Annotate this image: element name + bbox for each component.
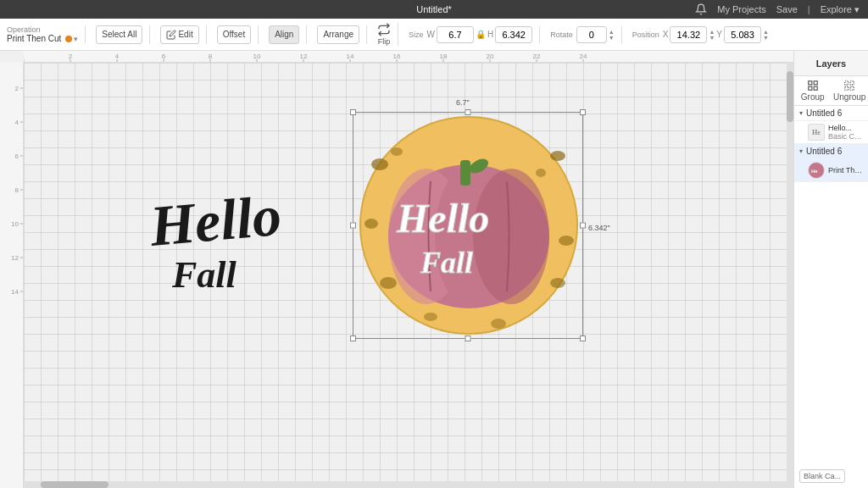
pos-y-spinner[interactable]: ▲ ▼ xyxy=(763,29,769,41)
layer-item-print[interactable]: He Print The... xyxy=(794,159,868,182)
layer-hello-name: Hello... xyxy=(828,124,863,132)
selection-box[interactable] xyxy=(353,112,583,339)
edit-icon xyxy=(166,30,176,40)
svg-rect-61 xyxy=(814,81,817,85)
svg-text:Fall: Fall xyxy=(171,254,237,296)
top-nav: My Projects Save | Explore ▾ xyxy=(695,3,868,15)
bell-icon[interactable] xyxy=(695,3,707,15)
ruler-v-svg: 2 4 6 8 10 12 14 xyxy=(0,63,24,486)
svg-rect-60 xyxy=(809,81,812,85)
sidebar-title: Layers xyxy=(816,58,846,69)
svg-text:4: 4 xyxy=(115,53,120,60)
handle-ml[interactable] xyxy=(350,223,356,229)
hello-fall-text-svg: Hello Fall xyxy=(125,156,295,308)
pos-x-down-icon[interactable]: ▼ xyxy=(709,35,715,41)
scrollbar-h-thumb[interactable] xyxy=(41,481,108,488)
handle-tr[interactable] xyxy=(580,109,586,115)
align-button[interactable]: Align xyxy=(269,25,299,44)
ungroup-label: Ungroup xyxy=(833,92,865,102)
explore-chevron-icon: ▾ xyxy=(854,4,860,14)
svg-text:6: 6 xyxy=(15,152,19,160)
pos-x-spinner[interactable]: ▲ ▼ xyxy=(709,29,715,41)
group-button[interactable]: Group xyxy=(794,76,832,105)
svg-rect-62 xyxy=(809,86,812,90)
lock-icon[interactable]: 🔒 xyxy=(476,30,486,39)
rotate-down-icon[interactable]: ▼ xyxy=(609,35,615,41)
handle-tm[interactable] xyxy=(465,109,471,115)
top-bar: Untitled* My Projects Save | Explore ▾ xyxy=(0,0,868,19)
scrollbar-v[interactable] xyxy=(787,63,793,488)
my-projects-link[interactable]: My Projects xyxy=(717,4,765,14)
position-section: Position X ▲ ▼ Y ▲ ▼ xyxy=(632,26,776,43)
width-label: W xyxy=(427,30,435,39)
layer-hello-thumbnail: He xyxy=(808,124,825,141)
group-label: Group xyxy=(801,92,825,102)
handle-tl[interactable] xyxy=(350,109,356,115)
rotate-section: Rotate ▲ ▼ xyxy=(550,26,621,43)
svg-text:20: 20 xyxy=(487,53,494,60)
dim-height-label: 6.342" xyxy=(588,224,610,232)
hello-fall-text[interactable]: Hello Fall xyxy=(125,156,295,310)
ungroup-button[interactable]: Ungroup xyxy=(832,76,869,105)
pos-y-input[interactable] xyxy=(724,26,761,43)
explore-link[interactable]: Explore ▾ xyxy=(821,4,860,15)
arrange-section: Arrange xyxy=(317,25,367,44)
flip-icon xyxy=(377,23,391,36)
align-section: Align xyxy=(269,25,307,44)
sidebar-header: Layers xyxy=(794,51,868,76)
rotate-spinner[interactable]: ▲ ▼ xyxy=(609,29,615,41)
operation-chevron-icon: ▾ xyxy=(74,35,78,43)
handle-br[interactable] xyxy=(580,336,586,341)
scrollbar-h[interactable] xyxy=(24,481,787,488)
offset-button[interactable]: Offset xyxy=(217,25,252,44)
layer-1-name: Untitled 6 xyxy=(806,108,863,118)
pos-y-up-icon[interactable]: ▲ xyxy=(763,29,769,35)
height-input[interactable] xyxy=(495,26,532,43)
pos-x-up-icon[interactable]: ▲ xyxy=(709,29,715,35)
layer-group-1[interactable]: ▾ Untitled 6 xyxy=(794,106,868,121)
pos-x-input[interactable] xyxy=(670,26,707,43)
size-label: Size xyxy=(409,30,424,39)
svg-text:2: 2 xyxy=(69,53,73,60)
svg-text:12: 12 xyxy=(300,53,308,60)
blank-canvas-label: Blank Ca... xyxy=(804,472,841,480)
svg-text:10: 10 xyxy=(11,220,19,228)
offset-section: Offset xyxy=(217,25,259,44)
pos-y-down-icon[interactable]: ▼ xyxy=(763,35,769,41)
rotate-up-icon[interactable]: ▲ xyxy=(609,29,615,35)
sidebar: Layers Group Ungroup ▾ Untitled 6 xyxy=(793,51,868,488)
svg-text:18: 18 xyxy=(440,53,448,60)
svg-text:8: 8 xyxy=(15,186,19,194)
handle-bm[interactable] xyxy=(465,336,471,341)
operation-color-dot xyxy=(65,36,72,42)
layer-hello-info: Hello... Basic Cu... xyxy=(828,124,863,141)
flip-button[interactable]: Flip xyxy=(377,23,391,46)
canvas[interactable]: Hello Fall xyxy=(24,63,793,488)
blank-canvas-section: Blank Ca... xyxy=(794,464,868,488)
sidebar-actions: Group Ungroup xyxy=(794,76,868,106)
print-thumbnail-svg: He xyxy=(809,163,824,178)
edit-button[interactable]: Edit xyxy=(160,25,198,44)
layer-print-name: Print The... xyxy=(828,166,863,175)
ruler-horizontal: 2 4 6 8 10 12 14 1 xyxy=(24,51,793,63)
layer-group-2[interactable]: ▾ Untitled 6 xyxy=(794,144,868,159)
width-input[interactable] xyxy=(437,26,474,43)
select-all-button[interactable]: Select All xyxy=(96,25,142,44)
svg-rect-65 xyxy=(850,81,854,85)
layer-1-chevron-icon: ▾ xyxy=(799,109,803,117)
svg-rect-67 xyxy=(850,86,854,90)
rotate-label: Rotate xyxy=(550,30,573,39)
blank-canvas-button[interactable]: Blank Ca... xyxy=(799,469,845,483)
svg-text:16: 16 xyxy=(393,53,401,60)
select-all-section: Select All xyxy=(96,25,150,44)
save-link[interactable]: Save xyxy=(776,4,798,14)
handle-bl[interactable] xyxy=(350,336,356,341)
arrange-button[interactable]: Arrange xyxy=(317,25,359,44)
pos-y-label: Y xyxy=(716,30,722,39)
handle-mr[interactable] xyxy=(580,223,586,229)
ungroup-icon xyxy=(843,80,855,92)
rotate-input[interactable] xyxy=(576,26,607,43)
scrollbar-v-thumb[interactable] xyxy=(787,71,793,122)
operation-dropdown[interactable]: Print Then Cut ▾ xyxy=(7,34,78,43)
layer-item-hello[interactable]: He Hello... Basic Cu... xyxy=(794,121,868,144)
